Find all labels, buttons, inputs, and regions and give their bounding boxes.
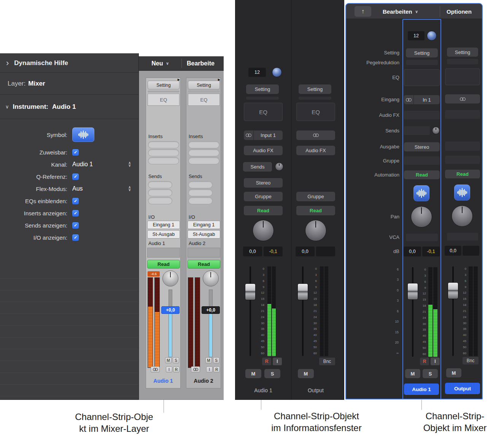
input-button[interactable]: Input 1 [244, 130, 283, 140]
strip-name[interactable]: Audio 2 [186, 378, 221, 384]
setting-button[interactable]: Setting [188, 81, 220, 89]
pan-knob[interactable] [253, 220, 274, 241]
setting-button[interactable]: Setting [447, 48, 478, 57]
solo-button[interactable]: S [423, 369, 438, 378]
input-monitor-button[interactable]: I [166, 366, 172, 372]
channel-strip-audio2-layer[interactable]: ▶ Setting EQ Inserts Sends I/O Eingang 1… [186, 78, 221, 388]
setting-button[interactable]: Setting [299, 84, 331, 94]
sends-anzeigen-checkbox[interactable]: ✓ [72, 222, 79, 229]
record-button[interactable]: R [173, 366, 180, 372]
peak-value[interactable] [463, 246, 479, 256]
output-button[interactable]: Stereo [404, 142, 440, 151]
strip-name[interactable]: Audio 1 [146, 378, 180, 384]
group-button[interactable]: Gruppe [296, 192, 335, 201]
track-icon[interactable] [454, 185, 470, 200]
mute-button[interactable]: M [298, 369, 314, 378]
channel-strip-audio1-layer[interactable]: ▶ Setting EQ Inserts Sends I/O Eingang 1… [146, 78, 181, 388]
audio-fx-button[interactable]: Audio FX [244, 146, 283, 155]
automation-mode-button[interactable]: Read [296, 206, 335, 215]
insert-slot[interactable] [188, 157, 219, 164]
menu-neu[interactable]: Neu ∨ [139, 56, 181, 70]
fader-handle[interactable] [245, 283, 256, 300]
flex-modus-stepper[interactable]: ∧ ∨ [128, 186, 131, 191]
fader-value[interactable]: +0,0 [161, 306, 180, 314]
output-button[interactable]: St-Ausgab [188, 230, 220, 239]
send-knob[interactable] [432, 127, 440, 134]
instrument-header[interactable]: ∨ Instrument: Audio 1 [0, 95, 138, 119]
sends-button[interactable]: Sends [243, 162, 272, 172]
send-slot[interactable] [188, 189, 213, 196]
menu-bearbeiten[interactable]: Bearbeite [182, 56, 224, 70]
automation-mode-button[interactable]: Read [188, 260, 220, 269]
eqs-einblenden-checkbox[interactable]: ✓ [72, 198, 79, 204]
fader-value[interactable]: +0,0 [202, 306, 220, 314]
insert-slot[interactable] [148, 157, 179, 164]
input-button[interactable]: Eingang 1 [147, 221, 180, 229]
channel-strip-output-mixer[interactable]: Setting Read 0,0 03691215182124303540455… [444, 19, 482, 399]
strip-name[interactable]: Audio 1 [404, 383, 439, 395]
input-monitor-button[interactable]: I [273, 358, 282, 365]
solo-button[interactable]: S [173, 357, 179, 363]
gain-value[interactable]: 12 [408, 31, 425, 40]
eq-display[interactable]: EQ [188, 94, 220, 106]
pan-knob[interactable] [452, 205, 473, 227]
record-button[interactable]: R [420, 358, 429, 365]
group-slot[interactable] [404, 156, 440, 165]
record-button[interactable]: R [262, 358, 271, 365]
fader-handle[interactable] [448, 282, 458, 299]
mute-button[interactable]: M [405, 369, 420, 378]
send-slot[interactable] [404, 126, 430, 135]
track-symbol-button[interactable] [72, 127, 94, 142]
mute-button[interactable]: M [205, 357, 212, 363]
insert-slot[interactable] [148, 141, 179, 148]
fader-handle[interactable] [407, 283, 418, 300]
audio-fx-slot[interactable] [445, 110, 480, 119]
input-monitor-button[interactable]: I [206, 366, 213, 372]
volume-value[interactable]: 0,0 [445, 246, 461, 256]
peak-value[interactable]: -0,1 [264, 247, 283, 256]
dynamic-help-header[interactable]: › Dynamische Hilfe [0, 54, 138, 73]
send-slot[interactable] [188, 197, 213, 204]
io-anzeigen-checkbox[interactable]: ✓ [72, 234, 79, 241]
automation-mode-button[interactable]: Read [147, 260, 180, 269]
strip-name[interactable]: Output [445, 383, 480, 394]
channel-strip-output-info[interactable]: Setting EQ Audio FX Gruppe Read 0,0 0369… [296, 0, 336, 400]
menu-optionen[interactable]: Optionen [447, 4, 472, 19]
insert-slot[interactable] [188, 141, 219, 148]
eq-display[interactable]: EQ [148, 94, 180, 106]
automation-mode-button[interactable]: Read [244, 206, 283, 215]
fader-track[interactable] [452, 266, 454, 356]
q-referenz-checkbox[interactable]: ✓ [72, 173, 79, 180]
mute-button[interactable]: M [165, 357, 172, 363]
stereo-format-button[interactable] [191, 366, 200, 372]
input-button[interactable]: Eingang 1 [188, 221, 220, 229]
gain-value[interactable]: 12 [248, 68, 266, 77]
fader-track[interactable] [302, 266, 304, 356]
inserts-anzeigen-checkbox[interactable]: ✓ [72, 210, 79, 216]
record-button[interactable]: R [213, 366, 220, 372]
kanal-stepper[interactable]: ∧ ∨ [128, 162, 131, 167]
track-icon[interactable] [413, 185, 429, 201]
audio-fx-button[interactable]: Audio FX [296, 146, 335, 155]
setting-button[interactable]: Setting [406, 48, 438, 57]
strip-name[interactable]: Output [296, 387, 336, 393]
eq-display[interactable]: EQ [296, 103, 335, 121]
vca-slot[interactable] [447, 233, 478, 240]
peak-value[interactable] [316, 247, 335, 256]
automation-mode-button[interactable]: Read [404, 170, 440, 179]
input-monitor-button[interactable]: I [431, 358, 440, 365]
fader-handle[interactable] [297, 283, 308, 300]
eq-display[interactable] [445, 68, 480, 85]
pan-knob[interactable] [203, 271, 219, 286]
fader-track[interactable] [209, 290, 213, 357]
send-knob[interactable] [275, 162, 283, 171]
eq-display[interactable]: EQ [244, 103, 283, 121]
automation-mode-button[interactable]: Read [445, 170, 480, 178]
channel-strip-audio1-info[interactable]: 12 Setting EQ Input 1 Audio FX Sends Ste… [243, 0, 283, 400]
mute-button[interactable]: M [446, 368, 461, 377]
input-format-button[interactable] [296, 130, 335, 140]
peak-value[interactable]: -0,1 [422, 247, 440, 256]
volume-value[interactable]: 0,0 [296, 247, 315, 256]
vca-slot[interactable] [406, 234, 438, 241]
go-up-button[interactable]: ↑ [355, 6, 371, 17]
